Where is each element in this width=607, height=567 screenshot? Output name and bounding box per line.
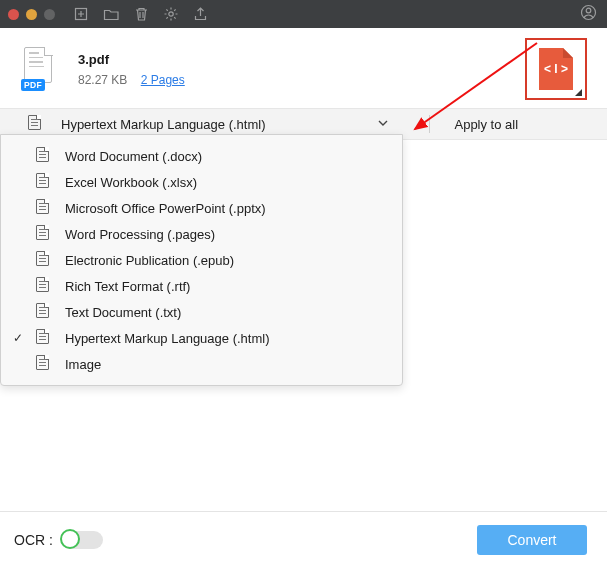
- format-option-label: Electronic Publication (.epub): [65, 253, 234, 268]
- doc-icon: [31, 225, 53, 243]
- html-glyph: < I >: [544, 62, 568, 76]
- chevron-down-icon[interactable]: [377, 117, 389, 132]
- doc-icon: [31, 199, 53, 217]
- file-name: 3.pdf: [78, 52, 185, 67]
- format-option-label: Microsoft Office PowerPoint (.pptx): [65, 201, 266, 216]
- toggle-knob: [60, 529, 80, 549]
- pages-link[interactable]: 2 Pages: [141, 73, 185, 87]
- svg-point-1: [169, 12, 173, 16]
- ocr-toggle[interactable]: [61, 531, 103, 549]
- format-option[interactable]: Image: [1, 351, 402, 377]
- doc-icon: [31, 147, 53, 165]
- folder-icon[interactable]: [103, 6, 120, 22]
- export-icon[interactable]: [193, 6, 208, 22]
- trash-icon[interactable]: [134, 6, 149, 22]
- doc-icon: [31, 355, 53, 373]
- format-option[interactable]: Rich Text Format (.rtf): [1, 273, 402, 299]
- pdf-file-icon: PDF: [24, 47, 60, 91]
- gear-icon[interactable]: [163, 6, 179, 22]
- close-window-icon[interactable]: [8, 9, 19, 20]
- format-option-label: Excel Workbook (.xlsx): [65, 175, 197, 190]
- format-option-label: Text Document (.txt): [65, 305, 181, 320]
- convert-button[interactable]: Convert: [477, 525, 587, 555]
- format-option-label: Hypertext Markup Language (.html): [65, 331, 269, 346]
- format-option-label: Word Document (.docx): [65, 149, 202, 164]
- format-option[interactable]: Word Processing (.pages): [1, 221, 402, 247]
- dropdown-corner-icon: [575, 89, 582, 96]
- format-select[interactable]: Hypertext Markup Language (.html): [61, 117, 265, 132]
- titlebar: [0, 0, 607, 28]
- format-icon: [28, 115, 41, 133]
- format-option[interactable]: Text Document (.txt): [1, 299, 402, 325]
- output-format-tile[interactable]: < I >: [525, 38, 587, 100]
- format-option[interactable]: ✓Hypertext Markup Language (.html): [1, 325, 402, 351]
- format-option[interactable]: Word Document (.docx): [1, 143, 402, 169]
- file-size: 82.27 KB: [78, 73, 127, 87]
- format-option[interactable]: Microsoft Office PowerPoint (.pptx): [1, 195, 402, 221]
- apply-to-all-button[interactable]: Apply to all: [454, 117, 518, 132]
- format-option-label: Word Processing (.pages): [65, 227, 215, 242]
- doc-icon: [31, 277, 53, 295]
- doc-icon: [31, 329, 53, 347]
- format-option[interactable]: Electronic Publication (.epub): [1, 247, 402, 273]
- check-icon: ✓: [11, 331, 25, 345]
- fullscreen-window-icon[interactable]: [44, 9, 55, 20]
- add-file-icon[interactable]: [73, 6, 89, 22]
- ocr-label: OCR :: [14, 532, 53, 548]
- format-option[interactable]: Excel Workbook (.xlsx): [1, 169, 402, 195]
- pdf-badge: PDF: [21, 79, 45, 91]
- account-icon[interactable]: [580, 4, 597, 25]
- format-option-label: Image: [65, 357, 101, 372]
- format-dropdown: Word Document (.docx) Excel Workbook (.x…: [0, 134, 403, 386]
- doc-icon: [31, 303, 53, 321]
- divider: [429, 115, 430, 133]
- format-option-label: Rich Text Format (.rtf): [65, 279, 190, 294]
- doc-icon: [31, 251, 53, 269]
- window-controls: [8, 9, 55, 20]
- file-meta: 3.pdf 82.27 KB 2 Pages: [78, 52, 185, 87]
- file-row: PDF 3.pdf 82.27 KB 2 Pages < I >: [0, 28, 607, 108]
- doc-icon: [31, 173, 53, 191]
- svg-point-3: [586, 8, 591, 13]
- minimize-window-icon[interactable]: [26, 9, 37, 20]
- bottom-bar: OCR : Convert: [0, 511, 607, 567]
